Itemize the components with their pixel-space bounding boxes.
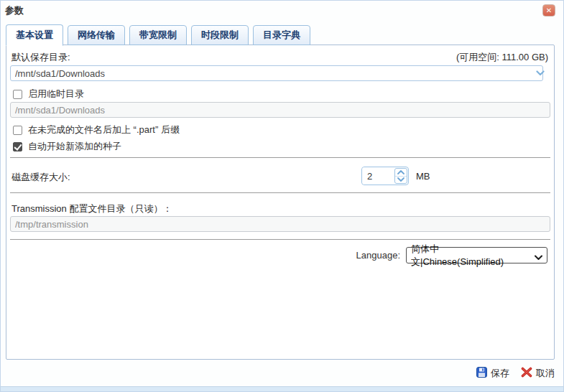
cancel-button-label: 取消 [536, 367, 555, 380]
title-bar: 参数 ✕ [1, 1, 563, 21]
language-select[interactable]: 简体中文|Chinese(Simplified) [406, 247, 547, 263]
close-button[interactable]: ✕ [542, 4, 555, 17]
cache-size-stepper [361, 167, 409, 185]
autostart-checkbox-label: 自动开始新添加的种子 [28, 140, 121, 153]
divider [10, 157, 550, 158]
dialog-title: 参数 [5, 4, 24, 17]
floppy-disk-icon [476, 367, 487, 380]
divider [10, 192, 550, 193]
language-row: Language: 简体中文|Chinese(Simplified) [356, 247, 547, 263]
tab-bar: 基本设置 网络传输 带宽限制 时段限制 目录字典 [6, 24, 310, 45]
save-dir-combo [10, 65, 550, 81]
basic-settings-panel: 默认保存目录: (可用空间: 111.00 GB) 启用临时目录 在未完成的文件… [6, 45, 555, 360]
part-suffix-checkbox-label: 在未完成的文件名后加上 “.part” 后缀 [28, 123, 180, 136]
config-dir-input [10, 216, 550, 232]
save-button[interactable]: 保存 [476, 367, 509, 380]
cache-size-input[interactable] [362, 167, 394, 185]
preferences-dialog: 参数 ✕ 基本设置 网络传输 带宽限制 时段限制 目录字典 默认保存目录: (可… [0, 0, 564, 392]
chevron-down-icon[interactable] [395, 177, 407, 184]
save-dir-label: 默认保存目录: [11, 51, 70, 64]
checkbox-icon[interactable] [13, 142, 22, 151]
save-button-label: 保存 [491, 367, 509, 380]
cache-size-label: 磁盘缓存大小: [11, 171, 70, 184]
tab-directory-dictionary[interactable]: 目录字典 [253, 25, 310, 45]
chevron-down-icon [535, 252, 542, 263]
stepper-buttons [394, 168, 407, 184]
window-bottom-edge [1, 386, 563, 391]
part-suffix-checkbox[interactable]: 在未完成的文件名后加上 “.part” 后缀 [13, 123, 180, 136]
close-icon: ✕ [546, 6, 552, 14]
temp-dir-checkbox-label: 启用临时目录 [28, 88, 84, 101]
red-x-icon [521, 367, 532, 380]
divider [10, 239, 550, 240]
tab-bandwidth-limit[interactable]: 带宽限制 [129, 25, 187, 45]
tab-basic-settings[interactable]: 基本设置 [6, 24, 63, 46]
language-label: Language: [356, 250, 400, 261]
tab-schedule-limit[interactable]: 时段限制 [191, 25, 249, 45]
cancel-button[interactable]: 取消 [521, 367, 555, 380]
tab-network-transfer[interactable]: 网络传输 [68, 25, 125, 45]
temp-dir-input [10, 102, 550, 118]
autostart-checkbox[interactable]: 自动开始新添加的种子 [13, 140, 121, 153]
language-selected-value: 简体中文|Chinese(Simplified) [411, 243, 530, 269]
temp-dir-checkbox[interactable]: 启用临时目录 [13, 88, 84, 101]
config-dir-label: Transmission 配置文件目录（只读）： [11, 202, 172, 215]
save-dir-input[interactable] [10, 65, 543, 81]
dialog-toolbar: 保存 取消 [476, 364, 555, 383]
cache-unit-label: MB [416, 171, 430, 182]
chevron-down-icon[interactable] [535, 69, 545, 78]
chevron-up-icon[interactable] [395, 169, 407, 177]
free-space-text: (可用空间: 111.00 GB) [456, 51, 548, 64]
checkbox-icon[interactable] [13, 90, 22, 99]
checkbox-icon[interactable] [13, 126, 22, 135]
